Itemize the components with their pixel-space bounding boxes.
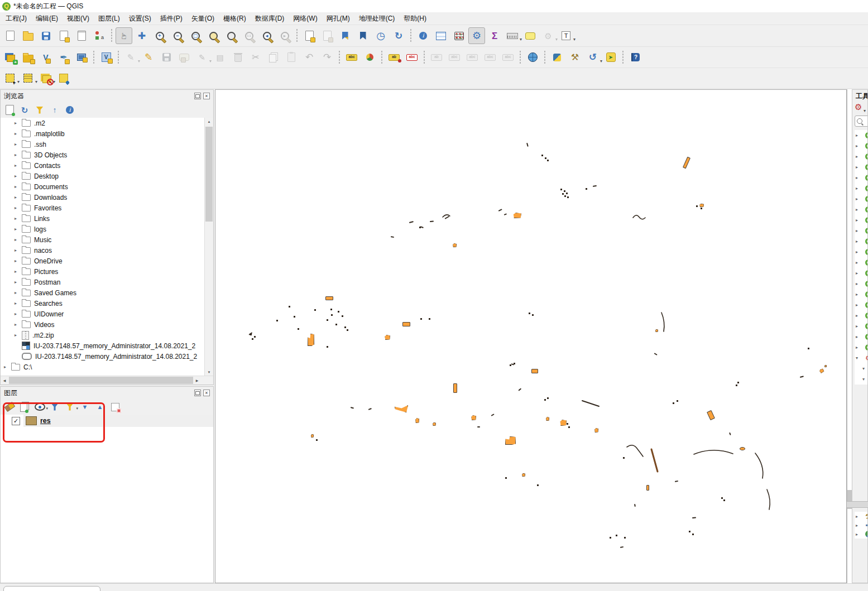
browser-tree-item[interactable]: ▸ OneDrive	[1, 256, 205, 266]
cut-features-button[interactable]: ✂	[247, 49, 264, 66]
select-by-value-button[interactable]	[55, 70, 72, 87]
open-project-button[interactable]	[20, 27, 36, 44]
toolbox-group-item[interactable]: ▸	[855, 215, 868, 225]
browser-tree-item[interactable]: ▸ Saved Games	[1, 287, 205, 298]
new-project-button[interactable]	[2, 27, 18, 44]
text-annotation-button[interactable]: T	[558, 27, 574, 44]
temporal-controller-button[interactable]: ◷	[372, 27, 389, 44]
zoom-to-selection-button[interactable]	[205, 27, 222, 44]
menu-layer[interactable]: 图层(L)	[94, 12, 124, 25]
expand-caret-icon[interactable]: ▸	[15, 311, 22, 316]
help-button[interactable]: ?	[627, 49, 644, 66]
map-feature-curve[interactable]	[661, 313, 664, 331]
filter-browser-button[interactable]	[34, 104, 45, 116]
close-panel-button[interactable]: ×	[203, 93, 210, 99]
toolbox-group-item[interactable]: ▸	[855, 194, 868, 204]
expand-caret-icon[interactable]: ▸	[856, 271, 863, 276]
browser-tree-item[interactable]: ▸ 3D Objects	[1, 150, 205, 160]
osgeo-tools-button[interactable]: ⚒	[567, 49, 583, 66]
toolbox-group-item[interactable]: ▸	[855, 225, 868, 236]
browser-tree-item[interactable]: IU-203.7148.57_memory_Administrator_14.0…	[1, 340, 205, 351]
menu-view[interactable]: 视图(V)	[63, 12, 94, 25]
style-manager-button[interactable]: a	[91, 27, 108, 44]
zoom-next-button[interactable]: ▸	[276, 27, 293, 44]
map-feature-curve[interactable]	[582, 401, 599, 406]
processing-toolbox-button[interactable]: ⚙	[468, 27, 485, 44]
collapse-all-button[interactable]: ↑	[49, 104, 60, 116]
toolbox-group-item[interactable]: ▸	[855, 321, 868, 331]
expand-caret-icon[interactable]: ▸	[856, 334, 863, 339]
browser-tree-item[interactable]: IU-203.7148.57_memory_Administrator_14.0…	[1, 351, 205, 362]
pin-labels-button[interactable]: ab	[386, 49, 402, 66]
expand-caret-icon[interactable]: ▾	[856, 355, 863, 361]
expand-caret-icon[interactable]: ▸	[15, 195, 22, 200]
deselect-all-button[interactable]	[37, 70, 54, 87]
expand-caret-icon[interactable]: ▸	[15, 131, 22, 136]
expand-caret-icon[interactable]: ▸	[15, 227, 22, 232]
redo-button[interactable]: ↷	[319, 49, 335, 66]
browser-tree-item[interactable]: ▸ .m2.zip	[1, 330, 205, 340]
browser-tree-item[interactable]: ▸ .ssh	[1, 139, 205, 150]
expand-caret-icon[interactable]: ▸	[15, 184, 22, 189]
save-layer-edits-button[interactable]	[158, 49, 175, 66]
toolbox-group-item[interactable]: ▸	[855, 247, 868, 257]
manage-map-themes-button[interactable]	[34, 401, 45, 412]
browser-tree-item[interactable]: ▸ Music	[1, 234, 205, 245]
expand-caret-icon[interactable]: ▸	[15, 258, 22, 263]
digitize-feature-button[interactable]	[176, 49, 193, 66]
remove-layer-button[interactable]	[109, 401, 121, 412]
open-layer-styling-button[interactable]	[4, 401, 15, 412]
toolbox-group-item[interactable]: ▸	[855, 183, 868, 194]
toolbox-group-item[interactable]: ▸	[855, 172, 868, 183]
toggle-editing-button[interactable]: ✎	[140, 49, 157, 66]
expand-caret-icon[interactable]: ▸	[856, 196, 863, 201]
expand-caret-icon[interactable]: ▸	[15, 174, 22, 179]
change-label-button[interactable]: abc	[500, 49, 516, 66]
layer-diagram-button[interactable]	[361, 49, 378, 66]
expand-caret-icon[interactable]: ▾	[862, 377, 868, 382]
copy-features-button[interactable]	[265, 49, 282, 66]
expand-caret-icon[interactable]: ▾	[862, 366, 868, 371]
scroll-up-icon[interactable]: ▲	[205, 118, 213, 126]
expand-caret-icon[interactable]: ▸	[856, 228, 863, 233]
save-project-button[interactable]	[37, 27, 54, 44]
refresh-map-button[interactable]: ↻	[390, 27, 407, 44]
browser-tree-item[interactable]: ▸ Downloads	[1, 192, 205, 203]
browser-tree-item[interactable]: ▸ Favorites	[1, 203, 205, 213]
toolbox-options-icon[interactable]: ⚙	[855, 102, 867, 112]
show-unplaced-labels-button[interactable]: abc	[446, 49, 463, 66]
expand-caret-icon[interactable]: ▸	[15, 205, 22, 210]
new-spatial-bookmark-button[interactable]	[337, 27, 353, 44]
menu-processing[interactable]: 地理处理(C)	[354, 12, 400, 25]
multiedit-attributes-button[interactable]: ▤	[212, 49, 228, 66]
measure-button[interactable]	[504, 27, 521, 44]
float-panel-button[interactable]	[194, 93, 201, 99]
browser-tree-item[interactable]: ▸ Documents	[1, 181, 205, 192]
expand-caret-icon[interactable]: ▸	[15, 152, 22, 157]
add-selected-layers-button[interactable]	[4, 104, 15, 116]
expand-caret-icon[interactable]: ▸	[15, 333, 22, 338]
toolbox-provider-item[interactable]: ▸ ✒	[855, 521, 868, 530]
layout-manager-button[interactable]	[73, 27, 90, 44]
statistics-button[interactable]: Σ	[486, 27, 503, 44]
scroll-left-icon[interactable]: ◀	[1, 378, 8, 382]
layer-visibility-checkbox[interactable]: ✓	[12, 417, 20, 425]
scrollbar-thumb[interactable]	[9, 377, 193, 384]
expand-caret-icon[interactable]: ▸	[4, 364, 11, 369]
expand-caret-icon[interactable]: ▸	[856, 218, 863, 223]
map-canvas[interactable]	[215, 89, 847, 583]
toolbox-group-item[interactable]: ▸	[855, 204, 868, 215]
map-feature-curve[interactable]	[443, 215, 450, 217]
show-spatial-bookmarks-button[interactable]	[354, 27, 371, 44]
undo-button[interactable]: ↶	[301, 49, 318, 66]
zoom-in-button[interactable]: +	[151, 27, 168, 44]
zoom-last-button[interactable]: ◂	[258, 27, 275, 44]
new-virtual-layer-button[interactable]: V	[98, 49, 114, 66]
expand-caret-icon[interactable]: ▸	[856, 292, 863, 297]
scroll-right-icon[interactable]: ▶	[193, 378, 201, 382]
browser-tree-item[interactable]: ▸ logs	[1, 224, 205, 234]
map-feature-curve[interactable]	[651, 449, 658, 472]
expand-caret-icon[interactable]: ▸	[15, 269, 22, 274]
new-3d-map-view-button[interactable]	[319, 27, 335, 44]
browser-tree-item[interactable]: ▸ .matplotlib	[1, 128, 205, 139]
